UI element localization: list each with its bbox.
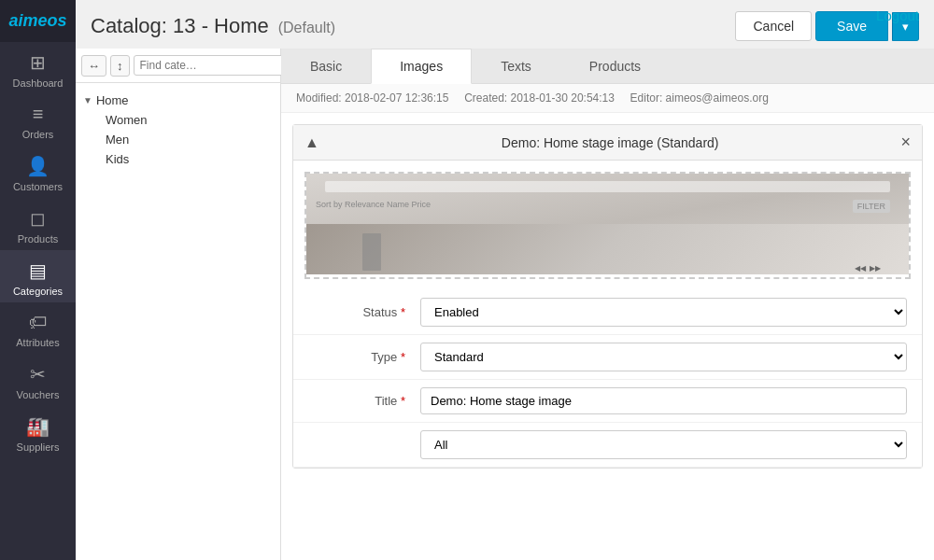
status-select[interactable]: Enabled Disabled xyxy=(420,298,907,327)
right-panel: Basic Images Texts Products Modified: 20… xyxy=(281,49,934,560)
meta-info: Modified: 2018-02-07 12:36:15 Created: 2… xyxy=(281,84,934,113)
tab-products[interactable]: Products xyxy=(560,49,670,83)
sidebar-item-label: Categories xyxy=(13,286,63,297)
sidebar-item-label: Dashboard xyxy=(13,77,64,89)
tree-node-label: Home xyxy=(96,93,129,107)
type-field-group: Type * Standard Featured xyxy=(293,335,922,380)
image-card: ▲ Demo: Home stage image (Standard) × So… xyxy=(292,124,923,469)
panel-body: Modified: 2018-02-07 12:36:15 Created: 2… xyxy=(281,83,934,560)
tab-basic[interactable]: Basic xyxy=(281,49,371,83)
type-select[interactable]: Standard Featured xyxy=(420,343,907,371)
tree-arrow-icon: ▼ xyxy=(83,95,92,105)
title-required: * xyxy=(401,394,405,408)
orders-icon: ≡ xyxy=(33,104,44,125)
sidebar-item-label: Suppliers xyxy=(17,441,60,453)
image-drop-area[interactable]: Sort by Relevance Name Price FILTER ◀◀ ▶… xyxy=(304,172,911,279)
content-area: ↔ ↕ − + ▼ Home Women Men Kids xyxy=(76,49,934,560)
card-close-button[interactable]: × xyxy=(900,133,911,152)
sidebar: aimeos ⊞ Dashboard ≡ Orders 👤 Customers … xyxy=(0,0,76,560)
sidebar-item-vouchers[interactable]: ✂ Vouchers xyxy=(0,354,76,406)
category-tree: ▼ Home Women Men Kids xyxy=(76,83,280,176)
customers-icon: 👤 xyxy=(26,155,50,177)
tree-expand-button[interactable]: ↔ xyxy=(81,55,106,77)
logout-button[interactable]: Logout xyxy=(876,7,919,23)
catalog-subtitle: (Default) xyxy=(278,20,335,35)
products-icon: ◻ xyxy=(30,207,46,230)
status-field-group: Status * Enabled Disabled xyxy=(293,290,922,335)
tree-node-label: Women xyxy=(106,113,148,127)
tree-toolbar: ↔ ↕ − + xyxy=(76,49,280,83)
sidebar-item-dashboard[interactable]: ⊞ Dashboard xyxy=(0,42,76,94)
cancel-button[interactable]: Cancel xyxy=(735,11,812,41)
tree-node-men[interactable]: Men xyxy=(76,130,280,149)
sidebar-item-label: Orders xyxy=(22,129,54,140)
sidebar-item-suppliers[interactable]: 🏭 Suppliers xyxy=(0,406,76,458)
page-header: Catalog: 13 - Home (Default) Cancel Save… xyxy=(76,0,934,49)
card-title: Demo: Home stage image (Standard) xyxy=(502,135,719,150)
tree-collapse-button[interactable]: ↕ xyxy=(110,55,130,77)
modified-date: Modified: 2018-02-07 12:36:15 xyxy=(296,91,448,105)
created-date: Created: 2018-01-30 20:54:13 xyxy=(464,91,615,105)
sidebar-item-label: Attributes xyxy=(16,337,59,348)
sidebar-item-label: Products xyxy=(18,233,58,245)
sidebar-item-label: Customers xyxy=(13,181,63,192)
card-collapse-button[interactable]: ▲ xyxy=(304,134,319,151)
editor-info: Editor: aimeos@aimeos.org xyxy=(630,91,769,105)
suppliers-icon: 🏭 xyxy=(26,415,50,438)
all-field-group: All xyxy=(293,423,922,468)
catalog-title: Catalog: 13 - Home xyxy=(91,14,269,37)
title-label: Title * xyxy=(308,394,420,408)
all-select[interactable]: All xyxy=(420,430,907,459)
tab-texts[interactable]: Texts xyxy=(472,49,560,83)
sidebar-item-label: Vouchers xyxy=(17,389,60,400)
title-field-group: Title * xyxy=(293,380,922,423)
tab-images[interactable]: Images xyxy=(371,49,472,84)
category-tree-panel: ↔ ↕ − + ▼ Home Women Men Kids xyxy=(76,49,281,560)
sidebar-item-categories[interactable]: ▤ Categories xyxy=(0,250,76,302)
title-input[interactable] xyxy=(420,387,907,414)
sidebar-item-customers[interactable]: 👤 Customers xyxy=(0,146,76,198)
sidebar-item-attributes[interactable]: 🏷 Attributes xyxy=(0,302,76,354)
logo-text: aimeos xyxy=(8,11,66,31)
status-label: Status * xyxy=(308,305,420,319)
tree-node-kids[interactable]: Kids xyxy=(76,149,280,169)
find-category-input[interactable] xyxy=(134,55,287,76)
sidebar-item-orders[interactable]: ≡ Orders xyxy=(0,94,76,146)
main-content: Catalog: 13 - Home (Default) Cancel Save… xyxy=(76,0,934,560)
tree-node-label: Kids xyxy=(106,152,129,166)
tree-node-label: Men xyxy=(106,133,129,147)
tab-bar: Basic Images Texts Products xyxy=(281,49,934,83)
image-preview: Sort by Relevance Name Price FILTER ◀◀ ▶… xyxy=(306,174,909,274)
vouchers-icon: ✂ xyxy=(30,363,46,385)
type-required: * xyxy=(401,350,405,364)
sidebar-item-products[interactable]: ◻ Products xyxy=(0,198,76,250)
card-header: ▲ Demo: Home stage image (Standard) × xyxy=(293,125,922,161)
status-required: * xyxy=(401,305,405,319)
logo[interactable]: aimeos xyxy=(0,0,76,42)
page-title: Catalog: 13 - Home (Default) xyxy=(91,14,335,38)
tree-node-women[interactable]: Women xyxy=(76,110,280,130)
dashboard-icon: ⊞ xyxy=(30,51,46,74)
categories-icon: ▤ xyxy=(29,259,47,282)
type-label: Type * xyxy=(308,350,420,364)
attributes-icon: 🏷 xyxy=(29,312,48,333)
tree-node-home[interactable]: ▼ Home xyxy=(76,91,280,110)
